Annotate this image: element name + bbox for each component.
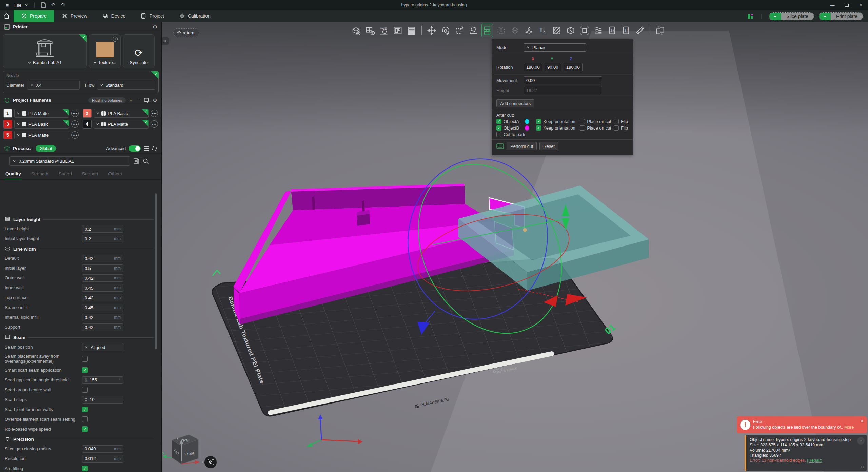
scale-to-fit-icon[interactable] bbox=[579, 24, 590, 37]
filament-select[interactable]: PLA Matte✓ bbox=[94, 120, 149, 129]
setting-checkbox[interactable]: ✓ bbox=[82, 367, 88, 373]
part-doc-icon[interactable]: P bbox=[620, 24, 632, 37]
setting-input[interactable]: 0.2mm bbox=[82, 235, 123, 242]
cut-icon[interactable] bbox=[481, 24, 493, 37]
process-preset-select[interactable]: 0.20mm Standard @BBL A1 bbox=[9, 156, 130, 166]
add-filament-icon[interactable]: ＋ bbox=[129, 97, 134, 103]
flip-b-checkbox[interactable] bbox=[614, 125, 619, 131]
setting-input[interactable]: 0.45mm bbox=[82, 284, 123, 292]
setting-input[interactable]: 0.012mm bbox=[82, 455, 123, 463]
setting-input[interactable]: 0.2mm bbox=[82, 225, 123, 233]
objects-toggle[interactable]: Objects bbox=[54, 145, 75, 152]
minimize-button[interactable]: — bbox=[825, 0, 840, 10]
sync-info-card[interactable]: ⟳ Sync info bbox=[123, 34, 155, 68]
redo-icon[interactable]: ↷ bbox=[60, 2, 66, 8]
filament-color-swatch[interactable]: 3 bbox=[3, 120, 12, 129]
setting-spinner[interactable]: 10 bbox=[82, 396, 123, 404]
cut-mode-select[interactable]: Planar bbox=[524, 43, 586, 52]
movement-input[interactable]: 0.00 bbox=[524, 76, 602, 84]
new-project-icon[interactable] bbox=[41, 2, 46, 8]
add-plate-icon[interactable] bbox=[364, 24, 376, 37]
slice-plate-button[interactable]: Slice plate bbox=[769, 12, 814, 20]
filament-options-button[interactable]: ••• bbox=[71, 110, 79, 117]
info-icon[interactable]: i bbox=[113, 37, 118, 42]
setting-input[interactable]: 0.42mm bbox=[82, 255, 123, 262]
filament-options-button[interactable]: ••• bbox=[71, 131, 79, 139]
toast-more-link[interactable]: More bbox=[844, 425, 854, 430]
compare-presets-icon[interactable] bbox=[152, 146, 157, 151]
process-tab-quality[interactable]: Quality bbox=[5, 170, 22, 179]
process-tab-strength[interactable]: Strength bbox=[31, 170, 49, 179]
info-close-icon[interactable]: × bbox=[857, 437, 865, 445]
filament-settings-icon[interactable]: ⚙ bbox=[153, 97, 157, 103]
add-object-icon[interactable] bbox=[350, 24, 362, 37]
process-tab-speed[interactable]: Speed bbox=[58, 170, 73, 179]
tab-project[interactable]: Project bbox=[133, 10, 172, 22]
undo-icon[interactable]: ↶ bbox=[50, 2, 56, 8]
tab-prepare[interactable]: Prepare bbox=[14, 10, 54, 22]
shortcut-keyboard-icon[interactable] bbox=[496, 143, 504, 149]
sidebar-collapse-handle[interactable]: <> bbox=[162, 37, 169, 45]
setting-checkbox[interactable] bbox=[82, 416, 88, 422]
flip-a-checkbox[interactable] bbox=[614, 119, 619, 124]
perform-cut-button[interactable]: Perform cut bbox=[507, 142, 537, 150]
auto-orient-icon[interactable]: AUTO bbox=[378, 24, 390, 37]
setting-spinner[interactable]: 155° bbox=[82, 376, 123, 384]
filament-color-swatch[interactable]: 4 bbox=[83, 120, 92, 129]
close-button[interactable]: × bbox=[854, 0, 868, 10]
setting-checkbox[interactable] bbox=[82, 387, 88, 393]
rotate-icon[interactable] bbox=[440, 24, 451, 37]
remove-filament-icon[interactable]: － bbox=[136, 97, 141, 103]
print-plate-button[interactable]: Print plate bbox=[819, 12, 863, 20]
filament-select[interactable]: PLA Matte✓ bbox=[14, 109, 69, 118]
tab-calibration[interactable]: Calibration bbox=[172, 10, 218, 22]
filament-color-swatch[interactable]: 1 bbox=[3, 109, 12, 118]
measure-icon[interactable] bbox=[634, 24, 646, 37]
home-button[interactable] bbox=[0, 13, 14, 19]
preset-list-icon[interactable] bbox=[143, 146, 149, 151]
filament-color-swatch[interactable]: 5 bbox=[3, 131, 12, 139]
process-tab-support[interactable]: Support bbox=[81, 170, 99, 179]
filament-select[interactable]: PLA Matte bbox=[14, 131, 69, 139]
keep-orientation-b-checkbox[interactable]: ✓ bbox=[536, 125, 541, 131]
scale-icon[interactable] bbox=[454, 24, 465, 37]
ams-sync-icon[interactable] bbox=[144, 98, 150, 103]
filament-options-button[interactable]: ••• bbox=[151, 110, 158, 117]
focus-view-button[interactable] bbox=[204, 456, 217, 468]
setting-input[interactable]: 0.049mm bbox=[82, 445, 123, 453]
color-paint-icon[interactable] bbox=[523, 24, 535, 37]
nozzle-flow-select[interactable]: Standard bbox=[97, 81, 155, 90]
rotation-y-input[interactable]: 90.00 bbox=[545, 63, 561, 71]
filament-select[interactable]: PLA Basic✓ bbox=[14, 120, 69, 129]
repair-link[interactable]: (Repair) bbox=[807, 458, 822, 463]
nozzle-diameter-select[interactable]: 0.4 bbox=[27, 81, 80, 90]
objectA-checkbox[interactable]: ✓ bbox=[496, 119, 501, 124]
move-icon[interactable] bbox=[426, 24, 437, 37]
rotation-x-input[interactable]: 180.00 bbox=[524, 63, 542, 71]
setting-checkbox[interactable] bbox=[82, 356, 88, 362]
add-connectors-button[interactable]: Add connectors bbox=[496, 99, 534, 107]
keep-orientation-a-checkbox[interactable]: ✓ bbox=[536, 119, 541, 124]
place-on-cut-a-checkbox[interactable] bbox=[580, 119, 585, 124]
save-preset-icon[interactable] bbox=[133, 158, 139, 164]
chevron-down-icon[interactable] bbox=[25, 3, 28, 7]
variable-layer-icon[interactable] bbox=[593, 24, 604, 37]
flushing-volumes-button[interactable]: Flushing volumes bbox=[88, 97, 125, 103]
objectB-checkbox[interactable]: ✓ bbox=[496, 125, 501, 131]
filament-options-button[interactable]: ••• bbox=[151, 120, 158, 128]
file-menu[interactable]: File bbox=[14, 3, 21, 8]
setting-input[interactable]: 0.5mm bbox=[82, 264, 123, 272]
reset-button[interactable]: Reset bbox=[539, 142, 558, 150]
setting-input[interactable]: 0.42mm bbox=[82, 314, 123, 321]
tab-preview[interactable]: Preview bbox=[54, 10, 95, 22]
sidebar-scrollbar[interactable] bbox=[155, 193, 157, 349]
setting-input[interactable]: 0.42mm bbox=[82, 294, 123, 301]
arrange-plates-icon[interactable] bbox=[747, 13, 754, 20]
setting-input[interactable]: 0.42mm bbox=[82, 323, 123, 331]
process-tab-others[interactable]: Others bbox=[107, 170, 123, 179]
rotation-z-input[interactable]: 180.00 bbox=[564, 63, 583, 71]
advanced-toggle[interactable] bbox=[129, 145, 141, 152]
global-toggle[interactable]: Global bbox=[36, 145, 56, 152]
setting-checkbox[interactable]: ✓ bbox=[82, 407, 88, 412]
plate-type-card[interactable]: i Texture... bbox=[89, 34, 121, 68]
